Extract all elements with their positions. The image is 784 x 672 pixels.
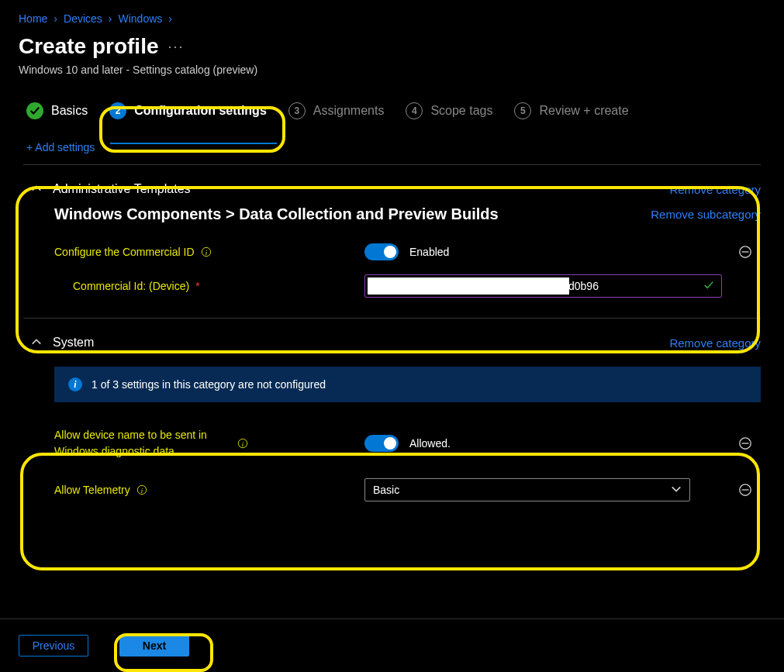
toggle-state-text: Enabled bbox=[409, 246, 449, 258]
breadcrumb: Home › Devices › Windows › bbox=[0, 0, 784, 31]
step-number-icon: 4 bbox=[406, 102, 423, 119]
step-label: Review + create bbox=[539, 104, 628, 118]
info-icon[interactable]: i bbox=[136, 484, 147, 495]
previous-button[interactable]: Previous bbox=[19, 635, 88, 656]
page-title: Create profile bbox=[19, 34, 159, 59]
step-assignments[interactable]: 3 Assignments bbox=[288, 102, 385, 119]
redacted-mask bbox=[368, 277, 569, 295]
wizard-steps: Basics 2 Configuration settings 3 Assign… bbox=[0, 88, 784, 130]
wizard-footer: Previous Next bbox=[0, 619, 784, 672]
svg-text:i: i bbox=[205, 249, 207, 257]
step-label: Assignments bbox=[313, 104, 385, 118]
setting-label-telemetry: Allow Telemetry bbox=[54, 482, 130, 498]
setting-label-commercial-id-device: Commercial Id: (Device) bbox=[73, 278, 189, 295]
divider bbox=[23, 318, 761, 319]
select-value: Basic bbox=[373, 484, 399, 496]
step-scope-tags[interactable]: 4 Scope tags bbox=[406, 102, 492, 119]
step-number-icon: 5 bbox=[514, 102, 531, 119]
breadcrumb-devices[interactable]: Devices bbox=[64, 12, 102, 25]
step-number-icon: 3 bbox=[288, 102, 306, 119]
check-icon bbox=[26, 102, 43, 119]
active-tab-underline bbox=[110, 143, 277, 144]
info-icon[interactable]: i bbox=[201, 246, 212, 257]
step-label: Basics bbox=[51, 104, 88, 118]
breadcrumb-windows[interactable]: Windows bbox=[119, 12, 163, 25]
toggle-state-text: Allowed. bbox=[409, 437, 451, 450]
input-visible-suffix: d0b96 bbox=[568, 280, 599, 292]
next-button[interactable]: Next bbox=[119, 635, 189, 656]
toggle-commercial-id[interactable] bbox=[364, 243, 399, 260]
chevron-up-icon[interactable] bbox=[31, 183, 42, 196]
setting-label-commercial-id: Configure the Commercial ID bbox=[54, 244, 195, 260]
more-icon[interactable]: ··· bbox=[168, 40, 185, 53]
subcategory-title: Windows Components > Data Collection and… bbox=[54, 205, 499, 223]
info-banner: i 1 of 3 settings in this category are n… bbox=[54, 367, 761, 402]
chevron-right-icon: › bbox=[54, 12, 57, 25]
remove-category-link[interactable]: Remove category bbox=[669, 183, 761, 196]
remove-setting-icon[interactable] bbox=[730, 436, 761, 450]
divider bbox=[23, 164, 761, 165]
step-basics[interactable]: Basics bbox=[26, 102, 88, 119]
step-label: Scope tags bbox=[430, 104, 492, 118]
remove-subcategory-link[interactable]: Remove subcategory bbox=[651, 208, 761, 221]
step-label: Configuration settings bbox=[134, 104, 267, 118]
step-configuration-settings[interactable]: 2 Configuration settings bbox=[109, 102, 267, 119]
step-number-icon: 2 bbox=[109, 102, 126, 119]
svg-text:i: i bbox=[141, 487, 143, 495]
toggle-knob bbox=[384, 437, 396, 450]
step-review-create[interactable]: 5 Review + create bbox=[514, 102, 628, 119]
chevron-down-icon bbox=[671, 484, 682, 497]
page-subtitle: Windows 10 and later - Settings catalog … bbox=[0, 62, 784, 88]
info-banner-text: 1 of 3 settings in this category are not… bbox=[92, 378, 326, 391]
chevron-up-icon[interactable] bbox=[31, 336, 42, 350]
setting-label-device-name: Allow device name to be sent in Windows … bbox=[54, 427, 231, 460]
telemetry-select[interactable]: Basic bbox=[364, 478, 690, 501]
add-settings-link[interactable]: + Add settings bbox=[23, 138, 95, 164]
valid-check-icon bbox=[703, 280, 715, 293]
commercial-id-input[interactable]: d0b96 bbox=[364, 274, 722, 298]
category-title-system: System bbox=[53, 336, 94, 350]
toggle-knob bbox=[384, 246, 396, 258]
info-icon: i bbox=[68, 377, 82, 391]
remove-category-link[interactable]: Remove category bbox=[669, 336, 761, 350]
chevron-right-icon: › bbox=[168, 12, 172, 25]
chevron-right-icon: › bbox=[109, 12, 112, 25]
info-icon[interactable]: i bbox=[237, 438, 248, 449]
required-indicator: * bbox=[195, 278, 199, 295]
category-title-admin: Administrative Templates bbox=[53, 182, 191, 196]
svg-text:i: i bbox=[242, 440, 244, 448]
remove-setting-icon[interactable] bbox=[730, 483, 761, 497]
remove-setting-icon[interactable] bbox=[730, 245, 761, 259]
toggle-device-name[interactable] bbox=[364, 435, 399, 452]
breadcrumb-home[interactable]: Home bbox=[19, 12, 47, 25]
